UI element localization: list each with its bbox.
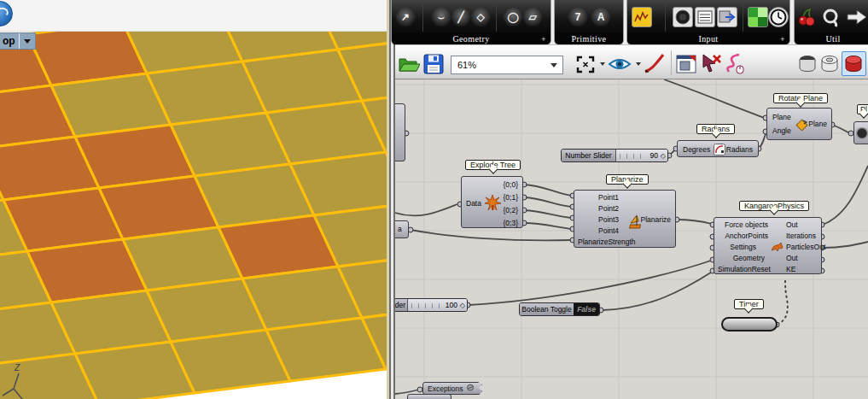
letter-a-icon[interactable]: A [590,7,612,27]
planarize-output: Planarize [641,215,671,224]
boolean-toggle-value[interactable]: False [574,303,599,315]
planarize-node[interactable]: Point1 Point2 Point3 Point4 PlanarizeStr… [574,190,676,248]
patch-icon[interactable]: ▱ [521,7,544,27]
tab-more-input[interactable]: + [780,35,785,44]
lasso-icon[interactable] [820,7,841,31]
tab-label-input[interactable]: Input + [627,33,789,44]
preview-shaded-button[interactable] [819,53,841,75]
tab-panel-geometry[interactable]: ↗ ⌣ ╱ ◇ ◯ ▱ Geometry + [392,0,551,44]
clipped-node-right[interactable] [853,121,868,144]
planarize-input-strength: PlanarizeStrength [578,238,636,246]
surface-icon[interactable]: ◇ [469,7,492,27]
kangaroo-output-out: Out [786,220,798,229]
clock-icon[interactable] [768,7,789,27]
rotate-input-angle: Angle [772,126,791,135]
axis-z-label: Z [14,363,20,373]
timer-node[interactable] [721,317,778,332]
tab-label-geometry[interactable]: Geometry + [392,33,551,44]
zoom-value: 61% [451,60,551,70]
image-sampler-icon[interactable] [748,7,768,27]
preview-wire-button[interactable] [797,53,818,75]
point-vector-icon[interactable]: ↗ [394,7,417,27]
tab-panel-input[interactable]: Input + [627,0,789,44]
number-slider-100[interactable]: der 100 ◇ [384,298,468,312]
sketch-pen-button[interactable] [642,52,666,75]
slider-track[interactable]: 100 ◇ [408,299,467,311]
explode-out-2: {0;2} [504,206,519,214]
tab-panel-util[interactable]: Util [795,0,868,44]
explode-tree-node[interactable]: Data {0;0} {0;1} {0;2} {0;3} [461,176,523,228]
rhino-top-bar [0,0,389,32]
explode-tree-icon [485,195,501,213]
preview-solid-button[interactable] [842,51,866,76]
kangaroo-icon [771,241,784,255]
sphere-icon[interactable]: ◯ [502,7,524,27]
clipped-label-right: Pl [857,104,868,114]
viewport-title: op [0,35,19,47]
planarize-input-1: Point1 [598,193,619,202]
kangaroo-node[interactable]: Force objects AnchorPoints Settings Geom… [714,217,822,274]
preview-eye-button[interactable] [608,54,632,74]
kangaroo-output-out2: Out [786,254,798,262]
clipped-node-right-icon [856,127,868,141]
gh-component-tabs: ↗ ⌣ ╱ ◇ ◯ ▱ Geometry + 7 A Primitive [395,0,868,44]
rotate-output-plane: Plane [808,120,827,128]
rhino-app-icon[interactable] [0,1,13,26]
zoom-combobox[interactable]: 61% [451,56,563,74]
canvas-overlay-button[interactable] [676,54,696,74]
explode-input-data: Data [466,199,481,208]
save-file-button[interactable] [423,54,444,74]
knob-icon[interactable] [673,7,693,27]
tab-more-geometry[interactable]: + [541,35,546,44]
rotate-plane-icon [795,118,808,133]
combobox-arrow-icon [551,63,557,67]
radians-icon [714,144,725,157]
line-icon[interactable]: ╱ [450,7,472,27]
number-slider-90[interactable]: Number Slider 90 ◇ [561,149,668,162]
arrow-icon[interactable] [846,7,868,31]
tab-label-primitive[interactable]: Primitive [555,33,623,44]
preview-menu-arrow[interactable] [636,62,641,66]
radians-label: Radians [696,124,735,134]
mesh-grid [0,0,387,399]
tab-panel-primitive[interactable]: 7 A Primitive [555,0,623,44]
kangaroo-input-anchors: AnchorPoints [725,232,768,240]
rhino-viewport[interactable]: Z [0,0,387,399]
cherries-icon[interactable] [796,7,817,31]
zoom-extents-button[interactable] [575,55,596,73]
kangaroo-label: KangarooPhysics [739,201,809,211]
planarize-input-2: Point2 [598,204,619,213]
gh-canvas-toolbar: 61% [395,44,868,79]
zoom-extents-menu-arrow[interactable] [600,62,605,66]
radians-node[interactable]: Degrees Radians [677,140,759,157]
exceptions-node[interactable]: Exceptions [422,382,482,395]
rotate-plane-node[interactable]: Plane Angle Plane [766,108,832,140]
kangaroo-output-ke: KE [786,265,795,273]
tab-label-util[interactable]: Util [795,33,868,44]
boolean-toggle[interactable]: Boolean Toggle False [519,302,600,316]
kangaroo-input-settings: Settings [730,243,756,251]
slider-track[interactable]: 90 ◇ [616,150,667,161]
slider-100-grip[interactable]: ◇ [460,302,465,309]
explode-out-0: {0;0} [504,180,519,189]
exceptions-icon [466,384,475,393]
gradient-icon[interactable] [717,7,737,27]
digit-7-icon[interactable]: 7 [567,7,589,27]
open-file-button[interactable] [398,54,420,74]
explode-tree-label: Explode Tree [465,160,521,170]
viewport-title-tab[interactable]: op [0,32,36,50]
value-list-icon[interactable] [695,7,715,27]
hide-cursor-button[interactable] [700,52,723,75]
viewport-menu-arrow-icon[interactable] [24,39,31,44]
explode-out-3: {0;3} [504,219,519,227]
graph-icon[interactable] [632,7,652,27]
slider-100-value: 100 [446,301,457,309]
mouse-gesture-button[interactable] [724,52,746,75]
planarize-label: Planarize [606,174,649,185]
explode-out-1: {0;1} [504,193,519,202]
radians-input: Degrees [683,145,710,154]
slider-90-grip[interactable]: ◇ [661,152,666,160]
clipped-node-bottom[interactable] [407,394,451,399]
curve-icon[interactable]: ⌣ [430,7,452,27]
kangaroo-input-reset: SimulationReset [718,265,771,273]
